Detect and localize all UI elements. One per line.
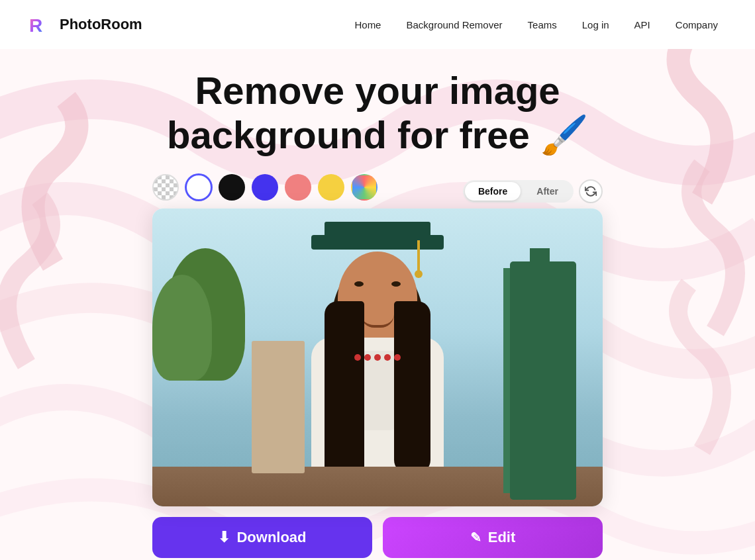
hero-title-line2: background for free 🖌️ <box>167 113 588 156</box>
necklace <box>354 354 401 361</box>
swatch-yellow[interactable] <box>318 174 344 201</box>
toggle-group: Before After <box>463 180 574 203</box>
swatch-white[interactable] <box>185 174 212 201</box>
nav-login[interactable]: Log in <box>572 14 620 36</box>
download-button[interactable]: ⬇ Download <box>152 517 372 558</box>
building <box>252 341 305 473</box>
nav-links: Home Background Remover Teams Log in API… <box>344 14 729 36</box>
refresh-icon <box>585 185 597 197</box>
logo-text: PhotoRoom <box>60 16 142 33</box>
nav-home[interactable]: Home <box>344 14 391 36</box>
bead-4 <box>384 354 391 361</box>
hair-right <box>394 301 430 473</box>
action-buttons: ⬇ Download ✎ Edit <box>152 517 603 558</box>
hero-section: Remove your image background for free 🖌️ <box>0 49 755 174</box>
photo-display <box>152 209 603 506</box>
swatch-purple[interactable] <box>252 174 278 201</box>
swatch-pink[interactable] <box>285 174 311 201</box>
color-swatches <box>152 174 377 201</box>
swatch-black[interactable] <box>219 174 245 201</box>
nav-teams[interactable]: Teams <box>517 14 568 36</box>
swatch-multicolor[interactable] <box>351 174 377 201</box>
download-icon: ⬇ <box>218 529 230 546</box>
nav-company[interactable]: Company <box>665 14 729 36</box>
hero-title: Remove your image background for free 🖌️ <box>13 69 742 157</box>
editor-area: Before After <box>0 174 755 558</box>
bead-3 <box>374 354 381 361</box>
image-container <box>152 209 603 506</box>
cap-tassel <box>417 240 420 273</box>
nav-api[interactable]: API <box>624 14 661 36</box>
cap-brim <box>311 235 444 250</box>
download-label: Download <box>236 529 306 546</box>
edit-button[interactable]: ✎ Edit <box>383 517 603 558</box>
swatch-transparent[interactable] <box>152 174 179 201</box>
fence-main <box>510 261 576 500</box>
hair-left <box>325 301 364 487</box>
edit-label: Edit <box>488 529 516 546</box>
tree-left2 <box>152 275 212 381</box>
eye-left <box>354 281 364 287</box>
edit-icon: ✎ <box>470 530 481 545</box>
nav-bg-remover[interactable]: Background Remover <box>395 14 513 36</box>
toggle-before[interactable]: Before <box>465 182 521 201</box>
bead-5 <box>394 354 401 361</box>
bead-2 <box>364 354 371 361</box>
bead-1 <box>354 354 361 361</box>
before-after-controls: Before After <box>463 179 603 203</box>
tassel-end <box>415 270 423 278</box>
svg-text:R: R <box>29 15 42 36</box>
navbar: R PhotoRoom Home Background Remover Team… <box>0 0 755 49</box>
toggle-after[interactable]: After <box>523 182 572 201</box>
logo[interactable]: R PhotoRoom <box>26 11 142 38</box>
eye-right <box>391 281 401 287</box>
controls-row: Before After <box>152 174 603 209</box>
refresh-button[interactable] <box>579 179 603 203</box>
logo-icon: R <box>26 11 54 38</box>
smile <box>361 314 394 328</box>
hero-title-line1: Remove your image <box>195 69 560 112</box>
